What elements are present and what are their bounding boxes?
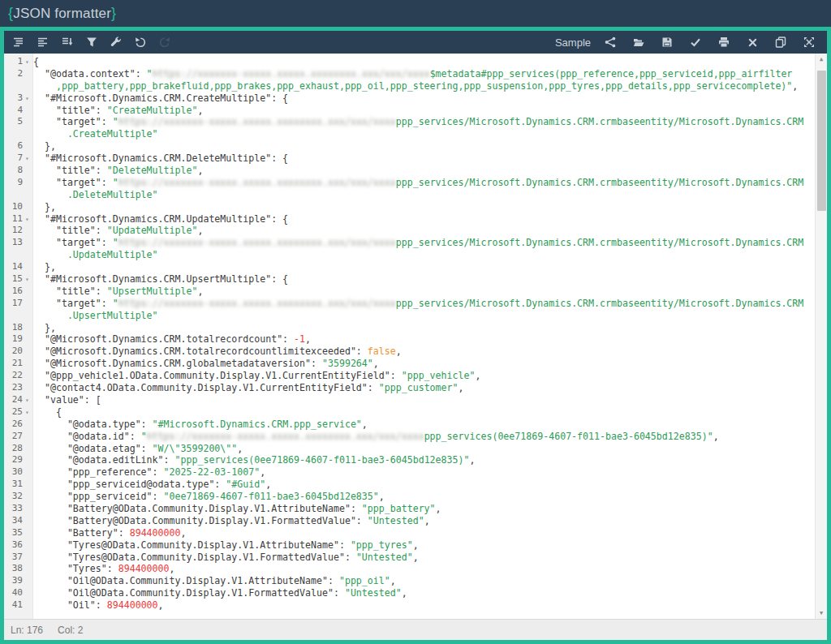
fold-spacer [25, 225, 33, 237]
format-button[interactable] [11, 34, 27, 50]
fold-spacer [25, 237, 33, 249]
redacted-url: https://xxxxxxx-xxxxx.xxxxx.xxxxxxxx.xxx… [118, 237, 396, 248]
code-text: "@Microsoft.Dynamics.CRM.totalrecordcoun… [33, 333, 815, 346]
code-text: "title": "CreateMultiple", [33, 105, 815, 117]
redacted-url: https://xxxxxxx-xxxxx.xxxxx.xxxxxxxx.xxx… [118, 298, 396, 309]
line-number: 32 [4, 491, 25, 503]
code-text: { [33, 56, 815, 68]
code-line: 22 "@ppp_vehicle1.OData.Community.Displa… [4, 370, 815, 382]
fold-spacer [25, 80, 33, 92]
line-number: 35 [4, 527, 25, 539]
line-number: 25 [4, 406, 25, 419]
line-number [4, 128, 25, 140]
save-button[interactable] [659, 34, 675, 50]
undo-icon [135, 36, 146, 48]
scroll-down-icon[interactable]: ▼ [816, 608, 827, 618]
code-line: 28 "@odata.etag": "W/\"3599200\"", [4, 443, 815, 455]
filter-icon [86, 36, 97, 48]
copy-button[interactable] [773, 34, 789, 50]
code-line: 27 "@odata.id": "https://xxxxxxx-xxxxx.x… [4, 431, 815, 443]
share-icon [605, 36, 616, 48]
line-number [4, 249, 25, 261]
print-icon [718, 36, 730, 48]
editor-frame: Sample [0, 27, 831, 644]
code-line: .UpdateMultiple" [4, 249, 815, 261]
fullscreen-button[interactable] [801, 34, 817, 50]
status-line: Ln: 176 [11, 625, 43, 636]
fold-toggle-icon[interactable]: ▾ [25, 213, 33, 225]
fold-toggle-icon[interactable]: ▾ [25, 92, 33, 105]
sort-button[interactable] [59, 34, 75, 50]
fold-spacer [25, 479, 33, 491]
code-text: "title": "UpdateMultiple", [33, 225, 815, 237]
redo-button[interactable] [157, 34, 173, 50]
code-line: 32 "ppp_serviceid": "0ee71869-4607-f011-… [4, 491, 815, 503]
clear-button[interactable] [744, 34, 760, 50]
line-number: 16 [4, 286, 25, 298]
fold-spacer [25, 310, 33, 322]
fold-spacer [25, 249, 33, 261]
line-number: 2 [4, 68, 25, 80]
code-text: "Battery@OData.Community.Display.V1.Form… [33, 515, 815, 527]
code-text: "#Microsoft.Dynamics.CRM.DeleteMultiple"… [33, 152, 815, 165]
fold-spacer [25, 105, 33, 117]
vertical-scrollbar[interactable]: ▲ ▼ [815, 54, 827, 619]
filter-button[interactable] [84, 34, 100, 50]
code-text: "@contact4.OData.Community.Display.V1.Cu… [33, 382, 815, 394]
line-number: 17 [4, 298, 25, 310]
format-icon [13, 36, 24, 48]
fold-toggle-icon[interactable]: ▾ [25, 56, 33, 68]
fold-toggle-icon[interactable]: ▾ [25, 152, 33, 165]
code-line: 39 "Oil@OData.Community.Display.V1.Attri… [4, 575, 815, 587]
code-text: "ppp_reference": "2025-22-03-1007", [33, 466, 815, 479]
save-icon [661, 36, 673, 48]
line-number: 5 [4, 116, 25, 128]
code-text: }, [33, 322, 815, 334]
scrollbar-thumb[interactable] [817, 71, 826, 211]
code-line: 19 "@Microsoft.Dynamics.CRM.totalrecordc… [4, 333, 815, 346]
code-line: .UpsertMultiple" [4, 310, 815, 322]
code-text: "@ppp_vehicle1.OData.Community.Display.V… [33, 370, 815, 382]
code-editor[interactable]: 1▾{2 "@odata.context": "https://xxxxxxx-… [4, 54, 827, 619]
share-button[interactable] [602, 34, 618, 50]
fold-spacer [25, 116, 33, 128]
code-line: 16 "title": "UpsertMultiple", [4, 286, 815, 298]
fold-toggle-icon[interactable]: ▾ [25, 406, 33, 419]
redacted-url: https://xxxxxxx-xxxxx.xxxxx.xxxxxxxx.xxx… [118, 177, 396, 188]
code-text: "Battery@OData.Community.Display.V1.Attr… [33, 503, 815, 515]
line-number: 7 [4, 152, 25, 165]
sample-link[interactable]: Sample [555, 36, 591, 49]
print-button[interactable] [716, 34, 732, 50]
tools-button[interactable] [108, 34, 124, 50]
code-text: "@odata.etag": "W/\"3599200\"", [33, 443, 815, 455]
validate-check-icon [690, 36, 701, 48]
code-text: .UpsertMultiple" [33, 310, 815, 322]
code-line: 2 "@odata.context": "https://xxxxxxx-xxx… [4, 68, 815, 80]
open-file-button[interactable] [631, 34, 647, 50]
line-number: 23 [4, 382, 25, 394]
code-line: 30 "ppp_reference": "2025-22-03-1007", [4, 466, 815, 479]
line-number: 24 [4, 394, 25, 406]
validate-button[interactable] [687, 34, 704, 50]
fold-spacer [25, 140, 33, 152]
undo-button[interactable] [132, 34, 149, 50]
line-number: 14 [4, 261, 25, 273]
fold-spacer [25, 419, 33, 431]
code-text: "@odata.context": "https://xxxxxxx-xxxxx… [33, 68, 815, 80]
code-line: 7▾ "#Microsoft.Dynamics.CRM.DeleteMultip… [4, 152, 815, 165]
scroll-up-icon[interactable]: ▲ [816, 54, 827, 64]
compact-icon [37, 36, 49, 48]
menu-bar: Sample [4, 31, 827, 54]
code-line: 29 "@odata.editLink": "ppp_services(0ee7… [4, 454, 815, 466]
fold-spacer [25, 298, 33, 310]
code-text: "Oil": 894400000, [33, 599, 815, 612]
fold-toggle-icon[interactable]: ▾ [25, 394, 33, 406]
fold-spacer [25, 261, 33, 273]
compact-button[interactable] [35, 34, 51, 50]
code-line: 40 "Oil@OData.Community.Display.V1.Forma… [4, 587, 815, 599]
code-line: 1▾{ [4, 56, 815, 68]
code-line: 24▾ "value": [ [4, 394, 815, 406]
fold-toggle-icon[interactable]: ▾ [25, 273, 33, 286]
fold-spacer [25, 358, 33, 370]
line-number: 13 [4, 237, 25, 249]
